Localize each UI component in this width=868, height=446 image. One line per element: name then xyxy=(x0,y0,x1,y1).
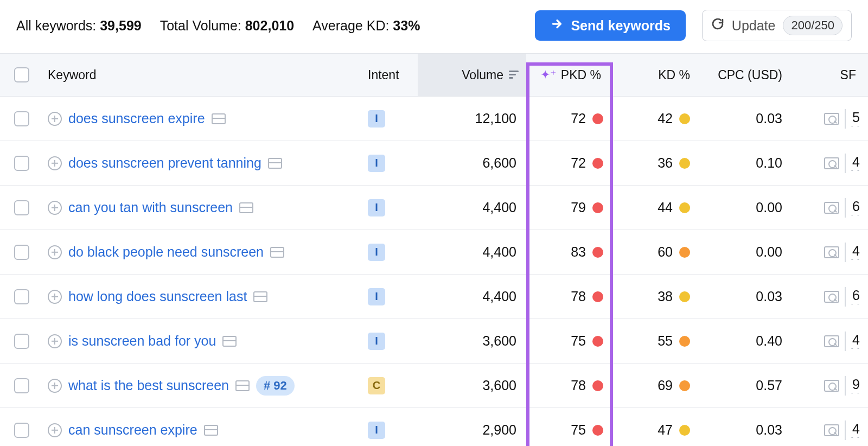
column-volume[interactable]: Volume xyxy=(418,54,526,96)
cpc-cell: 0.03 xyxy=(700,417,792,443)
select-all-checkbox[interactable] xyxy=(14,67,29,82)
serp-features-icon xyxy=(824,380,839,392)
row-checkbox[interactable] xyxy=(14,423,29,438)
update-button[interactable]: Update 200/250 xyxy=(702,10,852,41)
send-keywords-button[interactable]: Send keywords xyxy=(535,10,685,41)
refresh-icon xyxy=(711,17,724,34)
serp-icon[interactable] xyxy=(270,247,284,258)
expand-icon[interactable] xyxy=(48,290,62,304)
sf-cell[interactable]: 6- - xyxy=(792,193,868,223)
serp-features-icon xyxy=(824,424,839,436)
column-kd[interactable]: KD % xyxy=(613,62,700,88)
sparkle-icon: ✦⁺ xyxy=(540,68,557,82)
row-checkbox[interactable] xyxy=(14,378,29,393)
expand-icon[interactable] xyxy=(48,334,62,348)
difficulty-dot-icon xyxy=(592,380,603,391)
column-keyword[interactable]: Keyword xyxy=(43,62,363,88)
kd-cell: 38 xyxy=(613,283,700,310)
keyword-link[interactable]: does sunscreen expire xyxy=(68,111,205,126)
sf-cell[interactable]: 4- - xyxy=(792,148,868,179)
kd-cell: 47 xyxy=(613,417,700,443)
serp-features-icon xyxy=(824,157,839,169)
row-checkbox[interactable] xyxy=(14,200,29,215)
expand-icon[interactable] xyxy=(48,112,62,126)
expand-icon[interactable] xyxy=(48,245,62,259)
intent-badge: I xyxy=(368,110,385,128)
difficulty-dot-icon xyxy=(592,113,603,124)
sf-cell[interactable]: 6- - xyxy=(792,282,868,312)
expand-icon[interactable] xyxy=(48,423,62,437)
sf-cell[interactable]: 4- - xyxy=(792,326,868,356)
kd-cell: 69 xyxy=(613,372,700,399)
table-row: can sunscreen expireI2,90075470.034- - xyxy=(0,408,868,446)
pkd-cell: 72 xyxy=(526,105,613,132)
pkd-cell: 78 xyxy=(526,283,613,310)
pkd-cell: 83 xyxy=(526,239,613,265)
expand-icon[interactable] xyxy=(48,156,62,170)
serp-icon[interactable] xyxy=(239,202,253,213)
difficulty-dot-icon xyxy=(679,113,690,124)
serp-icon[interactable] xyxy=(222,336,237,347)
intent-badge: I xyxy=(368,333,385,350)
sf-cell[interactable]: 9- - xyxy=(792,371,868,401)
serp-features-icon xyxy=(824,291,839,303)
volume-cell: 6,600 xyxy=(418,150,526,176)
pkd-cell: 78 xyxy=(526,372,613,399)
difficulty-dot-icon xyxy=(679,291,690,302)
cpc-cell: 0.57 xyxy=(700,372,792,399)
intent-badge: I xyxy=(368,199,385,216)
volume-cell: 4,400 xyxy=(418,283,526,310)
stat-all-keywords: All keywords: 39,599 xyxy=(16,18,142,34)
difficulty-dot-icon xyxy=(592,158,603,169)
cpc-cell: 0.03 xyxy=(700,105,792,132)
keyword-link[interactable]: does sunscreen prevent tanning xyxy=(68,155,261,171)
column-intent[interactable]: Intent xyxy=(363,62,418,88)
cpc-cell: 0.03 xyxy=(700,283,792,310)
rank-pill: # 92 xyxy=(256,376,295,396)
column-sf[interactable]: SF xyxy=(792,62,868,88)
serp-icon[interactable] xyxy=(212,113,226,124)
row-checkbox[interactable] xyxy=(14,245,29,260)
difficulty-dot-icon xyxy=(679,425,690,436)
difficulty-dot-icon xyxy=(592,247,603,258)
keyword-link[interactable]: can you tan with sunscreen xyxy=(68,200,233,215)
table-row: how long does sunscreen lastI4,40078380.… xyxy=(0,275,868,319)
expand-icon[interactable] xyxy=(48,201,62,215)
intent-badge: C xyxy=(368,377,385,394)
pkd-cell: 75 xyxy=(526,417,613,443)
serp-icon[interactable] xyxy=(268,158,282,169)
table-row: does sunscreen prevent tanningI6,6007236… xyxy=(0,141,868,186)
table-row: what is the best sunscreen# 92C3,6007869… xyxy=(0,364,868,408)
keyword-link[interactable]: can sunscreen expire xyxy=(68,422,197,438)
table-row: does sunscreen expireI12,10072420.035- - xyxy=(0,97,868,141)
serp-features-icon xyxy=(824,202,839,214)
sf-cell[interactable]: 4- - xyxy=(792,415,868,445)
serp-icon[interactable] xyxy=(253,291,267,302)
keyword-link[interactable]: how long does sunscreen last xyxy=(68,289,247,304)
row-checkbox[interactable] xyxy=(14,334,29,349)
keyword-link[interactable]: do black people need sunscreen xyxy=(68,244,264,260)
row-checkbox[interactable] xyxy=(14,289,29,304)
column-pkd[interactable]: ✦⁺ PKD % xyxy=(526,62,613,88)
sf-cell[interactable]: 5- - xyxy=(792,104,868,134)
expand-icon[interactable] xyxy=(48,379,62,393)
row-checkbox[interactable] xyxy=(14,111,29,126)
sf-cell[interactable]: 4- - xyxy=(792,237,868,267)
serp-icon[interactable] xyxy=(204,425,218,436)
row-checkbox[interactable] xyxy=(14,156,29,171)
keyword-link[interactable]: what is the best sunscreen xyxy=(68,378,229,393)
volume-cell: 12,100 xyxy=(418,105,526,132)
sort-desc-icon xyxy=(509,71,519,79)
stat-total-volume: Total Volume: 802,010 xyxy=(160,18,294,34)
table-row: can you tan with sunscreenI4,40079440.00… xyxy=(0,186,868,230)
difficulty-dot-icon xyxy=(679,336,690,347)
serp-icon[interactable] xyxy=(235,380,250,391)
column-cpc[interactable]: CPC (USD) xyxy=(700,62,792,88)
difficulty-dot-icon xyxy=(679,247,690,258)
kd-cell: 36 xyxy=(613,150,700,176)
cpc-cell: 0.10 xyxy=(700,150,792,176)
difficulty-dot-icon xyxy=(679,380,690,391)
cpc-cell: 0.00 xyxy=(700,194,792,221)
pkd-cell: 72 xyxy=(526,150,613,176)
keyword-link[interactable]: is sunscreen bad for you xyxy=(68,333,216,349)
